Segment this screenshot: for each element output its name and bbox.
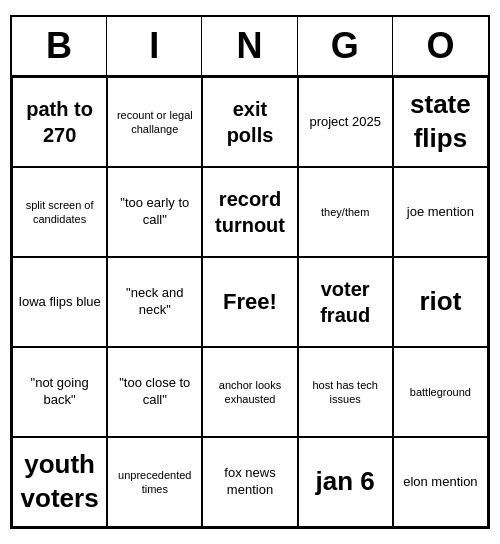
- bingo-cell-14: riot: [393, 257, 488, 347]
- bingo-cell-8: they/them: [298, 167, 393, 257]
- bingo-cell-15: "not going back": [12, 347, 107, 437]
- header-letter-o: O: [393, 17, 488, 75]
- bingo-cell-16: "too close to call": [107, 347, 202, 437]
- bingo-cell-24: elon mention: [393, 437, 488, 527]
- bingo-grid: path to 270recount or legal challangeexi…: [12, 77, 488, 527]
- bingo-cell-12: Free!: [202, 257, 297, 347]
- bingo-cell-2: exit polls: [202, 77, 297, 167]
- bingo-header: BINGO: [12, 17, 488, 77]
- bingo-cell-21: unprecedented times: [107, 437, 202, 527]
- bingo-cell-3: project 2025: [298, 77, 393, 167]
- bingo-cell-1: recount or legal challange: [107, 77, 202, 167]
- bingo-cell-7: record turnout: [202, 167, 297, 257]
- header-letter-b: B: [12, 17, 107, 75]
- header-letter-g: G: [298, 17, 393, 75]
- bingo-cell-9: joe mention: [393, 167, 488, 257]
- bingo-cell-4: state flips: [393, 77, 488, 167]
- bingo-card: BINGO path to 270recount or legal challa…: [10, 15, 490, 529]
- bingo-cell-22: fox news mention: [202, 437, 297, 527]
- bingo-cell-20: youth voters: [12, 437, 107, 527]
- bingo-cell-17: anchor looks exhausted: [202, 347, 297, 437]
- bingo-cell-19: battleground: [393, 347, 488, 437]
- bingo-cell-5: split screen of candidates: [12, 167, 107, 257]
- bingo-cell-11: "neck and neck": [107, 257, 202, 347]
- bingo-cell-10: Iowa flips blue: [12, 257, 107, 347]
- bingo-cell-13: voter fraud: [298, 257, 393, 347]
- header-letter-n: N: [202, 17, 297, 75]
- bingo-cell-6: "too early to call": [107, 167, 202, 257]
- bingo-cell-23: jan 6: [298, 437, 393, 527]
- bingo-cell-0: path to 270: [12, 77, 107, 167]
- bingo-cell-18: host has tech issues: [298, 347, 393, 437]
- header-letter-i: I: [107, 17, 202, 75]
